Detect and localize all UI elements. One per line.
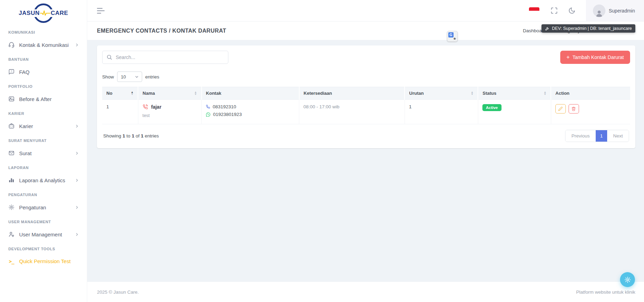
cell-action	[551, 100, 630, 124]
cell-status: Active	[478, 100, 551, 124]
sidebar-item-user-management[interactable]: User Management	[0, 228, 87, 241]
sidebar-item-pengaturan[interactable]: Pengaturan	[0, 201, 87, 214]
sidebar-item-label: Before & After	[19, 96, 51, 102]
headset-icon	[8, 42, 15, 48]
user-gear-icon	[8, 231, 15, 237]
edit-button[interactable]	[555, 104, 566, 114]
whatsapp-number: 01923801923	[213, 112, 242, 117]
search-input[interactable]	[102, 51, 228, 64]
chevron-right-icon	[75, 124, 79, 128]
sort-icon: ▲▼	[194, 91, 197, 95]
chevron-down-icon	[134, 75, 139, 79]
sidebar-item-karier[interactable]: Karier	[0, 119, 87, 133]
sidebar: JASUN CARE KOMUNIKASI Kontak & Komunikas…	[0, 0, 87, 302]
column-header-status[interactable]: Status ▲▼	[478, 87, 551, 100]
nav-heading-laporan: LAPORAN	[8, 166, 79, 170]
logo-text-left: JASUN	[18, 9, 40, 17]
mail-icon	[8, 150, 15, 156]
sidebar-item-laporan-analytics[interactable]: Laporan & Analytics	[0, 174, 87, 187]
trash-icon	[571, 107, 576, 111]
add-emergency-contact-button[interactable]: + Tambah Kontak Darurat	[560, 51, 630, 64]
phone-number: 083192310	[213, 104, 236, 109]
hamburger-menu-icon[interactable]	[97, 8, 105, 14]
main-area: Superadmin EMERGENCY CONTACTS / KONTAK D…	[87, 0, 644, 302]
sort-icon: ▲▼	[471, 91, 474, 95]
column-header-nama[interactable]: Nama ▲▼	[138, 87, 201, 100]
emergency-contacts-card: + Tambah Kontak Darurat Show 10 entries	[97, 45, 635, 148]
cell-nama: fajar test	[138, 100, 201, 124]
chevron-right-icon	[75, 205, 79, 210]
nav-heading-portfolio: PORTFOLIO	[8, 84, 79, 89]
wrench-icon	[545, 26, 549, 31]
contact-name: fajar	[151, 104, 162, 110]
sort-icon: ▲▼	[131, 91, 133, 95]
footer: 2025 © Jasun Care. Platform website untu…	[87, 282, 644, 302]
nav-heading-surat-menyurat: SURAT MENYURAT	[8, 139, 79, 143]
username: Superadmin	[609, 8, 635, 14]
column-header-action: Action	[551, 87, 630, 100]
status-badge: Active	[482, 104, 502, 111]
chevron-right-icon	[75, 151, 79, 156]
cell-kontak: 083192310 01923801923	[202, 100, 299, 124]
pagination-page-1-button[interactable]: 1	[596, 130, 608, 142]
column-header-no[interactable]: No ▲▼	[102, 87, 138, 100]
dev-tooltip-text: DEV: Superadmin | DB: tenant_jasuncare	[552, 26, 632, 31]
sidebar-item-surat[interactable]: Surat	[0, 146, 87, 160]
entries-label: entries	[145, 74, 160, 79]
heartbeat-icon	[40, 10, 50, 16]
indonesia-flag-icon[interactable]	[529, 7, 539, 14]
sidebar-item-label: Laporan & Analytics	[19, 177, 65, 183]
column-header-ketersediaan: Ketersediaan	[299, 87, 405, 100]
brand-logo[interactable]: JASUN CARE	[0, 2, 87, 24]
sidebar-item-quick-permission-test[interactable]: >_ Quick Permission Test	[0, 255, 87, 268]
nav-heading-development-tools: DEVELOPMENT TOOLS	[8, 247, 79, 251]
availability-hours: 08:00 - 17:00 wib	[303, 104, 340, 109]
search-icon	[106, 54, 112, 60]
image-icon	[8, 96, 15, 102]
pagination: Previous 1 Next	[565, 130, 629, 142]
column-header-kontak: Kontak	[202, 87, 299, 100]
topbar: Superadmin	[87, 0, 644, 22]
table-info: Showing 1 to 1 of 1 entries	[103, 133, 159, 139]
page-title: EMERGENCY CONTACTS / KONTAK DARURAT	[97, 28, 226, 34]
delete-button[interactable]	[569, 104, 579, 114]
sort-icon: ▲▼	[544, 91, 546, 95]
theme-settings-fab-button[interactable]	[620, 272, 635, 287]
pagination-previous-button[interactable]: Previous	[565, 130, 596, 142]
sidebar-item-label: User Management	[19, 232, 62, 237]
user-menu[interactable]: Superadmin	[586, 0, 644, 21]
pencil-icon	[558, 107, 563, 111]
emergency-contacts-table: No ▲▼ Nama ▲▼ Kontak Ketersediaan Urutan…	[102, 87, 630, 124]
plus-icon: +	[566, 54, 570, 60]
fullscreen-icon[interactable]	[551, 7, 558, 14]
page-length-select[interactable]: 10	[117, 72, 142, 82]
svg-text:?: ?	[11, 70, 12, 73]
footer-copyright: 2025 © Jasun Care.	[97, 290, 139, 295]
terminal-icon: >_	[8, 259, 15, 264]
sidebar-item-before-after[interactable]: Before & After	[0, 92, 87, 106]
gear-icon	[624, 276, 631, 283]
show-label: Show	[102, 74, 114, 79]
sidebar-item-faq[interactable]: ? FAQ	[0, 65, 87, 78]
sidebar-item-label: Pengaturan	[19, 204, 46, 210]
faq-icon: ?	[8, 69, 15, 75]
phone-volume-icon	[142, 104, 148, 110]
phone-icon	[206, 104, 210, 109]
logo-text-right: CARE	[50, 9, 68, 17]
column-header-urutan[interactable]: Urutan ▲▼	[405, 87, 478, 100]
whatsapp-icon	[206, 112, 211, 117]
briefcase-icon	[8, 123, 15, 129]
table-header-row: No ▲▼ Nama ▲▼ Kontak Ketersediaan Urutan…	[102, 87, 630, 100]
cell-no: 1	[102, 100, 138, 124]
google-translate-widget[interactable]: G ★	[447, 31, 458, 42]
sidebar-item-label: Surat	[19, 150, 32, 156]
dark-mode-moon-icon[interactable]	[568, 7, 576, 14]
translate-glyph-icon: ★	[453, 37, 456, 41]
sidebar-item-kontak-komunikasi[interactable]: Kontak & Komunikasi	[0, 38, 87, 51]
cell-ketersediaan: 08:00 - 17:00 wib	[299, 100, 405, 124]
sidebar-item-label: Karier	[19, 123, 33, 129]
pagination-next-button[interactable]: Next	[607, 130, 629, 142]
dev-environment-tooltip: DEV: Superadmin | DB: tenant_jasuncare	[541, 24, 635, 33]
nav-heading-pengaturan: PENGATURAN	[8, 193, 79, 197]
chevron-right-icon	[75, 178, 79, 183]
